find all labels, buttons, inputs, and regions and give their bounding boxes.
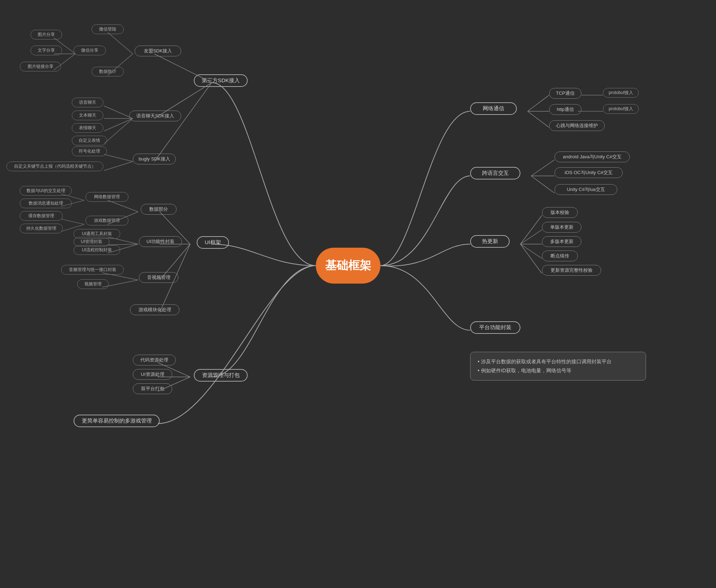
svg-line-26 [108,54,133,75]
svg-line-5 [531,160,554,176]
svg-line-24 [104,154,133,162]
svg-line-11 [520,244,542,258]
svg-line-15 [54,38,75,54]
svg-line-21 [104,118,133,131]
svg-line-17 [54,54,75,70]
svg-line-12 [520,244,542,274]
connections-svg [0,0,716,588]
svg-line-39 [102,273,138,280]
svg-line-23 [154,83,212,162]
svg-line-13 [154,54,212,83]
svg-line-38 [160,244,190,280]
svg-line-9 [520,230,542,244]
svg-line-42 [158,363,190,377]
svg-line-28 [108,200,138,212]
svg-line-37 [108,244,138,253]
svg-line-32 [61,219,84,224]
svg-line-7 [531,176,554,193]
svg-line-40 [102,280,138,287]
svg-line-36 [108,244,138,245]
svg-line-29 [61,194,84,200]
svg-line-8 [520,215,542,244]
svg-line-31 [108,212,138,224]
svg-line-41 [160,244,190,312]
svg-line-35 [108,237,138,244]
svg-line-14 [108,32,133,54]
svg-line-2 [528,111,549,127]
mind-map: 基础框架 网络通信 TCP通信 http通信 心跳与网络连接维护 protobu… [0,0,716,588]
svg-line-22 [104,118,133,144]
svg-line-25 [104,162,133,171]
svg-line-44 [158,377,190,391]
svg-line-18 [154,83,212,118]
center-node: 基础框架 [316,248,380,284]
svg-line-19 [104,106,133,118]
svg-line-33 [61,224,84,232]
svg-line-0 [528,95,549,111]
svg-line-30 [61,200,84,206]
svg-line-27 [160,212,190,244]
